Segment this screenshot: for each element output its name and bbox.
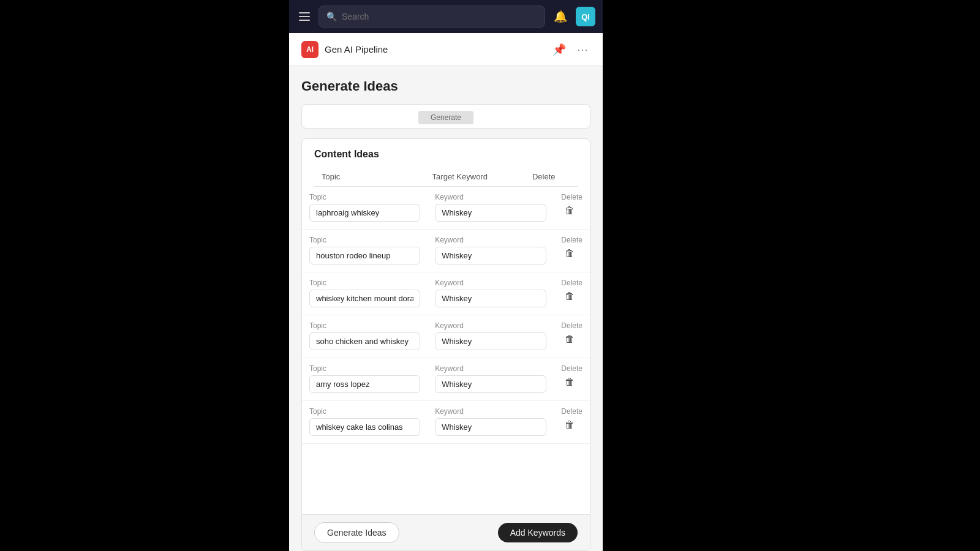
- scrolled-section: Generate: [301, 104, 590, 129]
- delete-row-button[interactable]: 🗑: [561, 204, 578, 217]
- page-content: Generate Ideas Generate Content Ideas To…: [289, 66, 603, 551]
- keyword-input[interactable]: [435, 332, 546, 350]
- keyword-input[interactable]: [435, 375, 546, 393]
- topic-input[interactable]: [309, 247, 420, 264]
- delete-label: Delete: [561, 279, 582, 287]
- topic-cell: Topic: [302, 272, 428, 315]
- keyword-cell: Keyword: [428, 315, 554, 358]
- notification-bell-button[interactable]: 🔔: [551, 7, 570, 26]
- col-header-keyword: Target Keyword: [425, 167, 525, 187]
- delete-cell: Delete 🗑: [554, 187, 590, 230]
- add-keywords-button[interactable]: Add Keywords: [498, 523, 578, 542]
- app-container: 🔍 🔔 QI AI Gen AI Pipeline 📌 ⋯ Generate I…: [289, 0, 603, 551]
- keyword-input[interactable]: [435, 247, 546, 264]
- keyword-cell: Keyword: [428, 272, 554, 315]
- card-header: Content Ideas Topic Target Keyword Delet…: [302, 139, 590, 187]
- pin-button[interactable]: 📌: [550, 40, 568, 59]
- scrolled-button[interactable]: Generate: [418, 111, 473, 124]
- delete-row-button[interactable]: 🗑: [561, 332, 578, 346]
- topic-cell: Topic: [302, 230, 428, 272]
- delete-label: Delete: [561, 364, 582, 373]
- table-row: Topic Keyword Delete 🗑: [302, 272, 590, 315]
- topic-cell: Topic: [302, 358, 428, 401]
- topic-input[interactable]: [309, 290, 420, 307]
- nav-bar: 🔍 🔔 QI: [289, 0, 603, 33]
- app-title-wrap: AI Gen AI Pipeline: [301, 41, 388, 58]
- generate-ideas-button[interactable]: Generate Ideas: [314, 522, 399, 543]
- topic-label: Topic: [309, 236, 420, 244]
- table-row: Topic Keyword Delete 🗑: [302, 230, 590, 272]
- header-actions: 📌 ⋯: [550, 40, 590, 59]
- topic-cell: Topic: [302, 401, 428, 444]
- search-icon: 🔍: [326, 12, 337, 21]
- ideas-table-header: Topic Target Keyword Delete: [314, 167, 578, 187]
- nav-right: 🔔 QI: [551, 7, 595, 26]
- page-title: Generate Ideas: [301, 78, 590, 94]
- app-header: AI Gen AI Pipeline 📌 ⋯: [289, 33, 603, 66]
- delete-label: Delete: [561, 236, 582, 244]
- col-header-delete: Delete: [525, 167, 578, 187]
- delete-cell: Delete 🗑: [554, 315, 590, 358]
- table-row: Topic Keyword Delete 🗑: [302, 187, 590, 230]
- app-title-text: Gen AI Pipeline: [325, 44, 388, 54]
- topic-label: Topic: [309, 321, 420, 330]
- delete-row-button[interactable]: 🗑: [561, 375, 578, 389]
- app-logo: AI: [301, 41, 318, 58]
- topic-label: Topic: [309, 407, 420, 416]
- topic-label: Topic: [309, 279, 420, 287]
- keyword-input[interactable]: [435, 418, 546, 436]
- more-options-button[interactable]: ⋯: [575, 40, 590, 59]
- topic-input[interactable]: [309, 375, 420, 393]
- keyword-label: Keyword: [435, 364, 546, 373]
- keyword-label: Keyword: [435, 193, 546, 201]
- delete-label: Delete: [561, 321, 582, 330]
- keyword-cell: Keyword: [428, 230, 554, 272]
- delete-cell: Delete 🗑: [554, 401, 590, 444]
- delete-row-button[interactable]: 🗑: [561, 247, 578, 260]
- delete-cell: Delete 🗑: [554, 358, 590, 401]
- content-ideas-card: Content Ideas Topic Target Keyword Delet…: [301, 138, 590, 551]
- search-bar: 🔍: [318, 6, 545, 28]
- card-title: Content Ideas: [314, 149, 578, 160]
- ideas-table-body: Topic Keyword Delete 🗑 Topic Keyword Del: [302, 187, 590, 444]
- table-row: Topic Keyword Delete 🗑: [302, 315, 590, 358]
- user-avatar-button[interactable]: QI: [576, 7, 595, 26]
- search-input[interactable]: [342, 12, 537, 21]
- footer-bar: Generate Ideas Add Keywords: [302, 514, 590, 550]
- topic-cell: Topic: [302, 187, 428, 230]
- keyword-input[interactable]: [435, 290, 546, 307]
- delete-label: Delete: [561, 193, 582, 201]
- delete-cell: Delete 🗑: [554, 272, 590, 315]
- topic-cell: Topic: [302, 315, 428, 358]
- delete-label: Delete: [561, 407, 582, 416]
- delete-row-button[interactable]: 🗑: [561, 418, 578, 432]
- keyword-label: Keyword: [435, 236, 546, 244]
- hamburger-button[interactable]: [296, 10, 312, 23]
- delete-row-button[interactable]: 🗑: [561, 290, 578, 303]
- table-row: Topic Keyword Delete 🗑: [302, 401, 590, 444]
- table-scroll[interactable]: Topic Keyword Delete 🗑 Topic Keyword Del: [302, 187, 590, 514]
- topic-input[interactable]: [309, 332, 420, 350]
- table-row: Topic Keyword Delete 🗑: [302, 358, 590, 401]
- keyword-label: Keyword: [435, 407, 546, 416]
- keyword-cell: Keyword: [428, 187, 554, 230]
- topic-label: Topic: [309, 364, 420, 373]
- col-header-topic: Topic: [314, 167, 425, 187]
- keyword-input[interactable]: [435, 204, 546, 222]
- topic-input[interactable]: [309, 418, 420, 436]
- keyword-label: Keyword: [435, 279, 546, 287]
- keyword-cell: Keyword: [428, 358, 554, 401]
- topic-label: Topic: [309, 193, 420, 201]
- topic-input[interactable]: [309, 204, 420, 222]
- keyword-cell: Keyword: [428, 401, 554, 444]
- keyword-label: Keyword: [435, 321, 546, 330]
- delete-cell: Delete 🗑: [554, 230, 590, 272]
